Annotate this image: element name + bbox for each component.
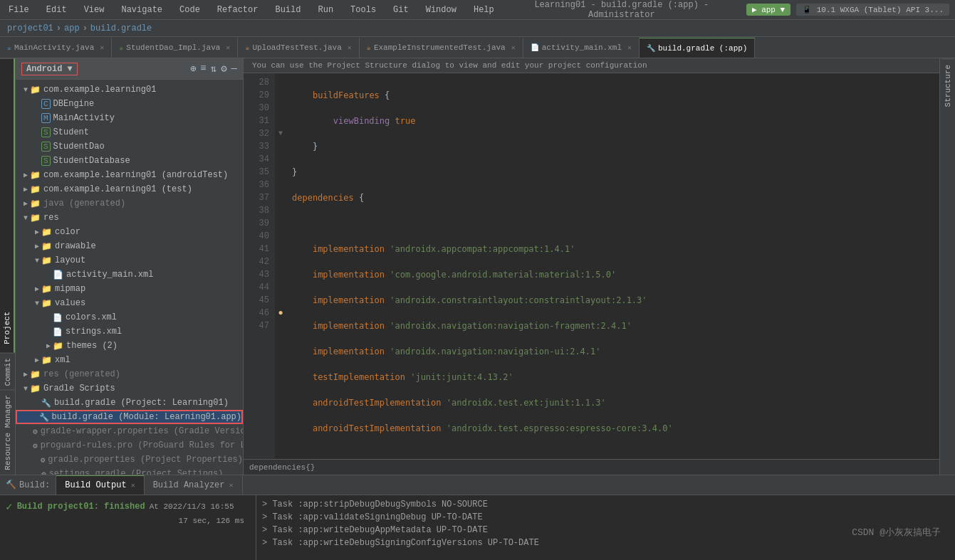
code-line-42 (292, 448, 934, 459)
line-num-44: 44 (244, 281, 269, 294)
tree-item-layout[interactable]: ▼ 📁 layout (16, 253, 243, 268)
close-build-output[interactable]: ✕ (131, 481, 135, 490)
bottom-build-label: 🔨 Build: (0, 475, 56, 495)
tab-studentdao-impl[interactable]: ☕ StudentDao_Impl.java ✕ (112, 38, 238, 58)
run-button[interactable]: ▶ app ▼ (746, 4, 790, 16)
line-num-36: 36 (244, 179, 269, 191)
menu-code[interactable]: Code (177, 4, 203, 16)
tree-item-settings-gradle[interactable]: ⚙ settings.gradle (Project Settings) (16, 467, 243, 475)
tree-item-drawable[interactable]: ▶ 📁 drawable (16, 239, 243, 253)
code-line-30: } (292, 140, 934, 153)
close-tab-example[interactable]: ✕ (511, 43, 516, 52)
tree-item-build-gradle-project[interactable]: 🔧 build.gradle (Project: Learning01) (16, 396, 243, 410)
close-tab-mainactivity[interactable]: ✕ (100, 43, 104, 52)
minimize-icon[interactable]: — (231, 63, 237, 75)
line-num-28: 28 (244, 76, 269, 89)
tree-item-res[interactable]: ▼ 📁 res (16, 211, 243, 225)
line-num-39: 39 (244, 217, 269, 230)
tab-exampleinstrumented[interactable]: ☕ ExampleInstrumentedTest.java ✕ (360, 38, 523, 58)
tree-item-java-gen[interactable]: ▶ 📁 java (generated) (16, 196, 243, 211)
tree-item-themes[interactable]: ▶ 📁 themes (2) (16, 339, 243, 353)
tree-item-student[interactable]: S Student (16, 125, 243, 139)
left-sidebar: Project Commit Resource Manager (0, 58, 16, 475)
tree-item-res-gen[interactable]: ▶ 📁 res (generated) (16, 367, 243, 381)
tab-build-gradle[interactable]: 🔧 build.gradle (:app) (640, 38, 755, 58)
tree-item-com-example[interactable]: ▼ 📁 com.example.learning01 (16, 83, 243, 97)
tree-item-studentdao[interactable]: S StudentDao (16, 139, 243, 154)
tree-item-activity-main-xml[interactable]: 📄 activity_main.xml (16, 268, 243, 282)
device-selector[interactable]: 📱 10.1 WXGA (Tablet) API 3... (796, 4, 949, 16)
breadcrumb-file[interactable]: build.gradle (90, 23, 152, 33)
filter-icon[interactable]: ⇅ (211, 63, 216, 75)
sidebar-project[interactable]: Project (0, 58, 15, 353)
menu-window[interactable]: Window (423, 4, 459, 16)
project-panel: Android ▼ ⊕ ≡ ⇅ ⚙ — ▼ 📁 com.example.lear… (16, 58, 244, 475)
build-task-1: > Task :app:stripDebugDebugSymbols NO-SO… (262, 498, 949, 511)
line-num-40: 40 (244, 230, 269, 243)
settings-icon[interactable]: ⚙ (221, 63, 226, 75)
code-text[interactable]: buildFeatures { viewBinding true } } dep… (286, 73, 939, 459)
tree-item-xml[interactable]: ▶ 📁 xml (16, 353, 243, 367)
breadcrumb-module[interactable]: app (64, 23, 80, 33)
tab-mainactivity[interactable]: ☕ MainActivity.java ✕ (0, 38, 112, 58)
tree-item-build-gradle-app[interactable]: 🔧 build.gradle (Module: Learning01.app) (16, 410, 243, 424)
line-num-31: 31 (244, 115, 269, 127)
menu-view[interactable]: View (81, 4, 108, 16)
code-line-35: implementation 'com.google.android.mater… (292, 268, 934, 281)
menu-build[interactable]: Build (272, 4, 303, 16)
editor-breadcrumb-bottom: dependencies{} (244, 459, 939, 475)
tree-item-gradle-props[interactable]: ⚙ gradle.properties (Project Properties) (16, 453, 243, 467)
tab-uploadtest[interactable]: ☕ UploadTestTest.java ✕ (238, 38, 359, 58)
build-duration: 17 sec, 126 ms (6, 517, 250, 525)
menu-edit[interactable]: Edit (43, 4, 70, 16)
tree-item-test[interactable]: ▶ 📁 com.example.learning01 (test) (16, 182, 243, 196)
tab-build-output[interactable]: Build Output ✕ (56, 475, 144, 495)
line-num-46: 46 (244, 307, 269, 319)
project-tree: ▼ 📁 com.example.learning01 C DBEngine M … (16, 80, 243, 475)
line-num-38: 38 (244, 204, 269, 217)
menu-help[interactable]: Help (471, 4, 497, 16)
menu-bar: File Edit View Navigate Code Refactor Bu… (0, 0, 955, 20)
menu-tools[interactable]: Tools (348, 4, 379, 16)
tree-item-studentdatabase[interactable]: S StudentDatabase (16, 154, 243, 168)
build-success-icon: ✓ (6, 500, 13, 514)
tab-build-analyzer[interactable]: Build Analyzer ✕ (145, 475, 243, 495)
menu-run[interactable]: Run (315, 4, 336, 16)
code-line-34: implementation 'androidx.appcompat:appco… (292, 243, 934, 255)
close-tab-upload[interactable]: ✕ (348, 43, 352, 52)
tree-item-dbengine[interactable]: C DBEngine (16, 97, 243, 111)
tree-item-gradle-wrapper[interactable]: ⚙ gradle-wrapper.properties (Gradle Vers… (16, 424, 243, 438)
line-num-42: 42 (244, 255, 269, 268)
tree-item-gradle-scripts[interactable]: ▼ 📁 Gradle Scripts (16, 381, 243, 396)
tree-item-colors-xml[interactable]: 📄 colors.xml (16, 310, 243, 324)
sidebar-resource-manager[interactable]: Resource Manager (0, 390, 15, 475)
tree-item-color[interactable]: ▶ 📁 color (16, 225, 243, 239)
tree-item-mipmap[interactable]: ▶ 📁 mipmap (16, 282, 243, 296)
close-build-analyzer[interactable]: ✕ (229, 481, 234, 490)
tree-item-strings-xml[interactable]: 📄 strings.xml (16, 324, 243, 339)
editor-tab-bar: ☕ MainActivity.java ✕ ☕ StudentDao_Impl.… (0, 37, 955, 58)
menu-navigate[interactable]: Navigate (118, 4, 165, 16)
tab-activity-main[interactable]: 📄 activity_main.xml ✕ (523, 38, 640, 58)
editor-area: You can use the Project Structure dialog… (244, 58, 939, 475)
build-icon: 🔨 (6, 480, 16, 490)
breadcrumb-project[interactable]: project01 (7, 23, 53, 33)
close-tab-studentdao[interactable]: ✕ (226, 43, 230, 52)
build-analyzer-label: Build Analyzer (153, 480, 225, 490)
sidebar-structure[interactable]: Structure (941, 58, 954, 112)
tree-item-mainactivity[interactable]: M MainActivity (16, 111, 243, 125)
collapse-icon[interactable]: ≡ (200, 63, 206, 75)
tree-item-values[interactable]: ▼ 📁 values (16, 296, 243, 310)
code-line-29: viewBinding true (292, 115, 934, 127)
sync-icon[interactable]: ⊕ (190, 63, 196, 75)
menu-file[interactable]: File (6, 4, 32, 16)
sidebar-commit[interactable]: Commit (0, 353, 15, 391)
build-time-text: At 2022/11/3 16:55 (150, 502, 234, 511)
code-editor[interactable]: 28 29 30 31 32 33 34 35 36 37 38 39 40 4… (244, 73, 939, 459)
close-tab-activity[interactable]: ✕ (627, 43, 632, 52)
tree-item-androidtest[interactable]: ▶ 📁 com.example.learning01 (androidTest) (16, 168, 243, 182)
build-label-text: Build: (19, 480, 50, 490)
menu-git[interactable]: Git (390, 4, 412, 16)
tree-item-proguard[interactable]: ⚙ proguard-rules.pro (ProGuard Rules for… (16, 438, 243, 453)
menu-refactor[interactable]: Refactor (214, 4, 261, 16)
